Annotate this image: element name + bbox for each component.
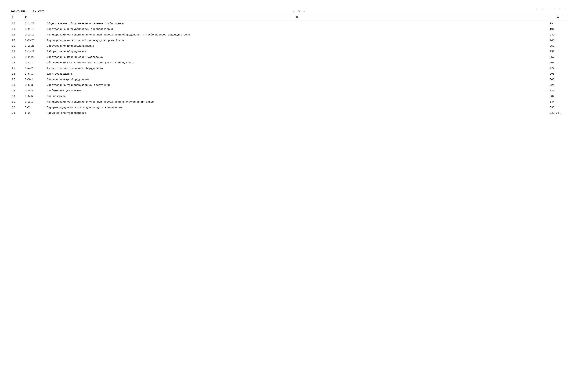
row-page: 296 <box>548 71 568 77</box>
table-row: 30.I–5–5Молниезащита332 <box>10 94 568 99</box>
row-num: 23. <box>10 54 24 60</box>
row-num: 25. <box>10 66 24 71</box>
table-row: 29.I–5–4Слаботочные устройства327 <box>10 88 568 94</box>
table-row: 3I.3–2–IАнтикоррозийное покрытие внутрен… <box>10 99 568 105</box>
table-row: 27.I–5–2Силовое электрооборудование306 <box>10 77 568 82</box>
row-num: I9. <box>10 32 24 38</box>
row-num: 24. <box>10 60 24 66</box>
row-description: Трубопроводы от котельной до аккумулятор… <box>46 38 548 43</box>
row-num: 32. <box>10 105 24 110</box>
doc-number: 903–I–I58 <box>10 10 26 13</box>
row-code: 5–I <box>24 105 46 110</box>
row-description: Антикоррозийное покрытие внутренней пове… <box>46 32 548 38</box>
row-num: 20. <box>10 38 24 43</box>
row-page: 99 <box>548 21 568 27</box>
dash2: – <box>303 10 305 13</box>
row-page: 260 <box>548 60 568 66</box>
row-code: I–2–I9 <box>24 32 46 38</box>
table-row: 24.I–4–IОборудование КИП и автоматики ко… <box>10 60 568 66</box>
row-num: 30. <box>10 94 24 99</box>
row-num: 3I. <box>10 99 24 105</box>
row-num: 26. <box>10 71 24 77</box>
header-left: 903–I–I58 Ал.ХХУП <box>10 10 44 13</box>
row-description: Внутриплощадочные сети водопровода и кан… <box>46 105 548 110</box>
row-code: I–2–I7 <box>24 21 46 27</box>
row-num: 2I. <box>10 43 24 49</box>
table-row: 25.I–4–2То же, вспомогательного оборудов… <box>10 66 568 71</box>
row-page: 332 <box>548 94 568 99</box>
row-page: 245 <box>548 38 568 43</box>
row-code: I–2–22 <box>24 49 46 54</box>
table-row: 22.I–2–22Лабораторное оборудование252 <box>10 49 568 54</box>
table-row: 32.5–IВнутриплощадочные сети водопровода… <box>10 105 568 110</box>
column-headers-row: I 2 3 4 <box>10 14 568 21</box>
row-description: Молниезащита <box>46 94 548 99</box>
row-description: Оборудование и трубопроводы водоподготов… <box>46 27 548 32</box>
table-row: 26.I–5–IЭлектроосвещение296 <box>10 71 568 77</box>
row-page: 336 <box>548 105 568 110</box>
top-decorative-dots: . . . . . , <box>10 7 568 10</box>
table-row: 28.I–5–3Оборудование трансформаторной по… <box>10 82 568 88</box>
sheet-label: Ал.ХХУП <box>33 10 44 13</box>
col-header-4: 4 <box>548 14 568 21</box>
table-row: 23.I–2–23Оборудование механической масте… <box>10 54 568 60</box>
row-num: 27. <box>10 77 24 82</box>
col-header-1: I <box>10 14 24 21</box>
row-num: I7. <box>10 21 24 27</box>
row-description: Оборудование механической мастерской <box>46 54 548 60</box>
row-num: 28. <box>10 82 24 88</box>
col-header-2: 2 <box>24 14 46 21</box>
row-description: Оборудование шлакозолоудаления <box>46 43 548 49</box>
page-header: 903–I–I58 Ал.ХХУП – 3 – <box>10 10 568 13</box>
table-row: 20.I–2–20Трубопроводы от котельной до ак… <box>10 38 568 43</box>
row-code: I–5–2 <box>24 77 46 82</box>
row-page: 250 <box>548 43 568 49</box>
row-description: Наружное электроосвещение <box>46 110 548 116</box>
table-row: 2I.I–2–2IОборудование шлакозолоудаления2… <box>10 43 568 49</box>
row-page: 324 <box>548 82 568 88</box>
row-num: 29. <box>10 88 24 94</box>
row-page: 306 <box>548 77 568 82</box>
row-description: Электроосвещение <box>46 71 548 77</box>
row-page: 334 <box>548 99 568 105</box>
row-description: Силовое электрооборудование <box>46 77 548 82</box>
dash1: – <box>293 10 294 13</box>
row-code: 3–2–I <box>24 99 46 105</box>
table-row: I7.I–2–I7Общекотельное оборудование и се… <box>10 21 568 27</box>
row-description: Слаботочные устройства <box>46 88 548 94</box>
row-page: 257 <box>548 54 568 60</box>
row-description: То же, вспомогательного оборудования <box>46 66 548 71</box>
row-page: 252 <box>548 49 568 54</box>
row-code: I–4–I <box>24 60 46 66</box>
row-page: 277 <box>548 66 568 71</box>
main-table: I 2 3 4 I7.I–2–I7Общекотельное оборудова… <box>10 14 568 116</box>
row-description: Антикоррозийное покрытие внутренней пове… <box>46 99 548 105</box>
header-center: – 3 – <box>293 10 305 13</box>
row-code: I–2–20 <box>24 38 46 43</box>
row-description: Оборудование КИП и автоматики котлоагрег… <box>46 60 548 66</box>
table-row: 33.5–2Наружное электроосвещение340–344 <box>10 110 568 116</box>
page-number: 3 <box>298 10 300 13</box>
table-row: I8.I–2–I8Оборудование и трубопроводы вод… <box>10 27 568 32</box>
row-code: I–2–23 <box>24 54 46 60</box>
row-code: I–5–3 <box>24 82 46 88</box>
row-code: I–2–2I <box>24 43 46 49</box>
row-description: Общекотельное оборудование и сетевые тру… <box>46 21 548 27</box>
row-code: I–5–4 <box>24 88 46 94</box>
row-page: 327 <box>548 88 568 94</box>
row-page: I9I <box>548 27 568 32</box>
table-row: I9.I–2–I9Антикоррозийное покрытие внутре… <box>10 32 568 38</box>
row-num: 33. <box>10 110 24 116</box>
row-code: I–5–I <box>24 71 46 77</box>
row-description: Лабораторное оборудование <box>46 49 548 54</box>
row-page: 242 <box>548 32 568 38</box>
row-code: I–5–5 <box>24 94 46 99</box>
col-header-3: 3 <box>46 14 548 21</box>
row-num: 22. <box>10 49 24 54</box>
row-code: I–4–2 <box>24 66 46 71</box>
row-description: Оборудование трансформаторной подстанции <box>46 82 548 88</box>
row-code: 5–2 <box>24 110 46 116</box>
row-page: 340–344 <box>548 110 568 116</box>
row-num: I8. <box>10 27 24 32</box>
row-code: I–2–I8 <box>24 27 46 32</box>
